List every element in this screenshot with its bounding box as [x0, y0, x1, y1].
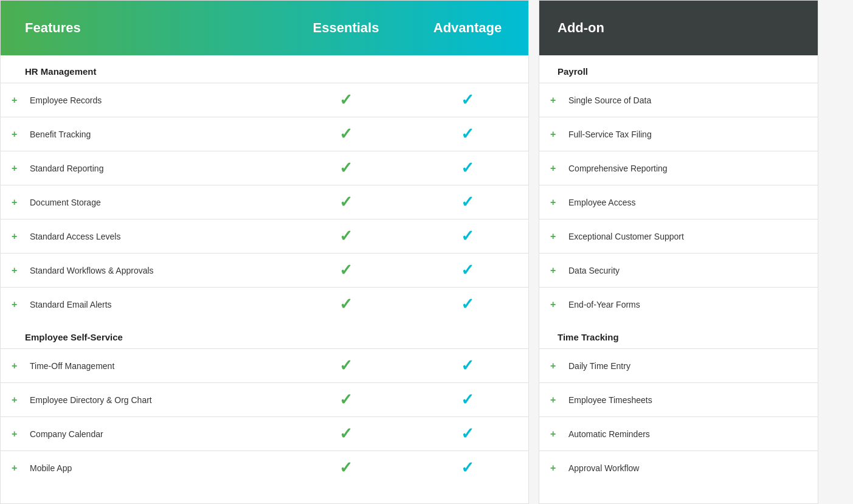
plus-icon[interactable]: +: [550, 163, 560, 174]
feature-label: Standard Email Alerts: [30, 300, 112, 309]
addon-feature-label: Full-Service Tax Filing: [568, 129, 652, 139]
plus-icon[interactable]: +: [12, 429, 21, 440]
plus-icon[interactable]: +: [12, 299, 21, 310]
addon-section-header: Time Tracking: [539, 321, 818, 348]
plus-icon[interactable]: +: [550, 95, 560, 106]
feature-label: Standard Workflows & Approvals: [30, 266, 154, 275]
feature-label: Document Storage: [30, 198, 101, 207]
essentials-check-cell: ✓: [285, 159, 407, 178]
check-icon: ✓: [461, 227, 474, 246]
feature-label: Employee Records: [30, 95, 102, 105]
table-row: +Company Calendar✓✓: [1, 416, 528, 450]
plus-icon[interactable]: +: [550, 299, 560, 310]
left-table-body: HR Management+Employee Records✓✓+Benefit…: [1, 55, 528, 485]
page-wrapper: Features Essentials Advantage HR Managem…: [0, 0, 853, 504]
table-row: +Standard Workflows & Approvals✓✓: [1, 253, 528, 287]
check-icon: ✓: [339, 91, 353, 109]
addon-feature-label: Single Source of Data: [568, 95, 651, 105]
addon-feature-label: Employee Timesheets: [568, 395, 652, 405]
feature-name-cell: +Document Storage: [1, 190, 285, 215]
addon-header: Add-on: [539, 1, 818, 55]
plus-icon[interactable]: +: [12, 129, 21, 140]
table-row: +Employee Directory & Org Chart✓✓: [1, 382, 528, 416]
check-icon: ✓: [461, 424, 474, 443]
advantage-header-label: Advantage: [407, 1, 528, 55]
check-icon: ✓: [339, 424, 353, 443]
feature-name-cell: +Employee Directory & Org Chart: [1, 387, 285, 413]
list-item: +Exceptional Customer Support: [539, 219, 818, 253]
check-icon: ✓: [461, 125, 474, 143]
essentials-check-cell: ✓: [285, 91, 407, 109]
feature-name-cell: +Time-Off Management: [1, 353, 285, 379]
addon-header-title: Add-on: [558, 20, 604, 36]
addon-feature-label: Data Security: [568, 266, 620, 275]
list-item: +Comprehensive Reporting: [539, 151, 818, 185]
check-icon: ✓: [339, 227, 353, 246]
feature-name-cell: +Mobile App: [1, 455, 285, 481]
advantage-check-cell: ✓: [407, 356, 528, 375]
advantage-check-cell: ✓: [407, 390, 528, 409]
table-row: +Standard Email Alerts✓✓: [1, 287, 528, 321]
features-header: Features Essentials Advantage: [1, 1, 528, 55]
plus-icon[interactable]: +: [12, 361, 21, 371]
table-row: +Document Storage✓✓: [1, 185, 528, 219]
check-icon: ✓: [461, 159, 474, 178]
check-icon: ✓: [461, 295, 474, 314]
essentials-check-cell: ✓: [285, 424, 407, 443]
essentials-check-cell: ✓: [285, 261, 407, 280]
advantage-check-cell: ✓: [407, 227, 528, 246]
plus-icon[interactable]: +: [550, 429, 560, 440]
section-header: Employee Self-Service: [1, 321, 528, 348]
plus-icon[interactable]: +: [550, 395, 560, 406]
advantage-check-cell: ✓: [407, 125, 528, 143]
feature-name-cell: +Employee Records: [1, 88, 285, 113]
plus-icon[interactable]: +: [550, 361, 560, 371]
addon-feature-label: Exceptional Customer Support: [568, 232, 684, 241]
check-icon: ✓: [461, 390, 474, 409]
list-item: +Employee Timesheets: [539, 382, 818, 416]
plus-icon[interactable]: +: [550, 265, 560, 276]
list-item: +Single Source of Data: [539, 83, 818, 117]
feature-label: Time-Off Management: [30, 361, 114, 371]
addon-feature-label: Employee Access: [568, 198, 636, 207]
advantage-check-cell: ✓: [407, 458, 528, 477]
plus-icon[interactable]: +: [12, 265, 21, 276]
plus-icon[interactable]: +: [550, 197, 560, 208]
list-item: +Full-Service Tax Filing: [539, 117, 818, 151]
plus-icon[interactable]: +: [550, 129, 560, 140]
feature-label: Employee Directory & Org Chart: [30, 395, 152, 405]
feature-label: Mobile App: [30, 463, 72, 473]
advantage-check-cell: ✓: [407, 193, 528, 212]
section-header: HR Management: [1, 55, 528, 83]
plus-icon[interactable]: +: [12, 395, 21, 406]
list-item: +End-of-Year Forms: [539, 287, 818, 321]
table-row: +Mobile App✓✓: [1, 450, 528, 485]
feature-name-cell: +Standard Reporting: [1, 156, 285, 181]
check-icon: ✓: [339, 159, 353, 178]
plus-icon[interactable]: +: [12, 463, 21, 474]
features-label-text: Features: [25, 20, 81, 36]
plus-icon[interactable]: +: [550, 463, 560, 474]
plus-icon[interactable]: +: [12, 95, 21, 106]
feature-label: Standard Reporting: [30, 164, 103, 173]
check-icon: ✓: [339, 356, 353, 375]
check-icon: ✓: [339, 193, 353, 212]
plus-icon[interactable]: +: [12, 231, 21, 242]
plus-icon[interactable]: +: [550, 231, 560, 242]
list-item: +Data Security: [539, 253, 818, 287]
plus-icon[interactable]: +: [12, 163, 21, 174]
table-row: +Standard Reporting✓✓: [1, 151, 528, 185]
essentials-check-cell: ✓: [285, 356, 407, 375]
list-item: +Employee Access: [539, 185, 818, 219]
addon-feature-label: End-of-Year Forms: [568, 300, 640, 309]
essentials-check-cell: ✓: [285, 125, 407, 143]
check-icon: ✓: [339, 125, 353, 143]
essentials-check-cell: ✓: [285, 295, 407, 314]
plus-icon[interactable]: +: [12, 197, 21, 208]
addon-feature-label: Automatic Reminders: [568, 429, 650, 439]
addon-feature-label: Daily Time Entry: [568, 361, 630, 371]
list-item: +Daily Time Entry: [539, 348, 818, 382]
addon-feature-label: Approval Workflow: [568, 463, 639, 473]
table-row: +Standard Access Levels✓✓: [1, 219, 528, 253]
features-header-label: Features: [1, 1, 285, 55]
